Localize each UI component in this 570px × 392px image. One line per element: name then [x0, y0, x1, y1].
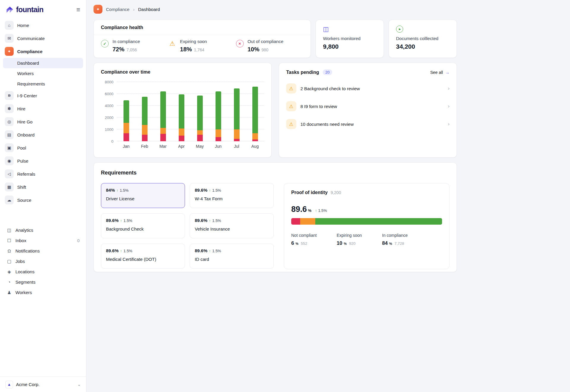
sidebar-item-source[interactable]: ☁ Source	[0, 193, 86, 207]
hamburger-menu-icon[interactable]: ≡	[76, 7, 80, 13]
x-circle-icon: ✕	[236, 40, 244, 47]
sidebar-item-workers[interactable]: ♟ Workers	[0, 287, 86, 298]
sidebar-item-i9-center[interactable]: I9 I-9 Center	[0, 89, 86, 102]
trend-up-icon: ↑	[315, 208, 317, 213]
sidebar-item-pool[interactable]: ▣ Pool	[0, 141, 86, 154]
trend-up-icon: ↑	[209, 188, 211, 193]
sidebar-item-communicate[interactable]: ✉ Communicate	[0, 32, 86, 45]
sidebar: fountain ≡ ⌂ Home ✉ Communicate ✦ Compli…	[0, 0, 86, 392]
stat-label: Expiring soon	[180, 39, 207, 44]
requirement-card-vehicle-insurance[interactable]: 89.6% ↑ 1.5% Vehicle Insurance	[190, 213, 274, 238]
sidebar-item-segments[interactable]: ◔ Segments	[0, 277, 86, 287]
org-switcher[interactable]: ▲ Acme Corp. ⌄	[0, 377, 86, 392]
chevron-right-icon: ›	[448, 121, 449, 127]
chart-bar-jun[interactable]	[216, 91, 221, 141]
chart-bar-mar[interactable]	[160, 91, 166, 141]
chart-bar-segment-expiring-soon	[142, 125, 148, 135]
chart-bar-slot	[209, 82, 227, 141]
subitem-label: Dashboard	[17, 61, 39, 66]
sidebar-item-shift[interactable]: ▦ Shift	[0, 180, 86, 193]
detail-stat-unit: %	[295, 242, 298, 245]
trend-up-icon: ↑	[209, 249, 211, 253]
sidebar-subitem-dashboard[interactable]: Dashboard	[3, 58, 83, 68]
sidebar-nav: ⌂ Home ✉ Communicate ✦ Compliance Dashbo…	[0, 18, 86, 377]
chart-bar-slot	[246, 82, 264, 141]
chart-x-label: Apr	[172, 144, 191, 149]
sidebar-item-referrals[interactable]: ◁ Referrals	[0, 167, 86, 180]
sidebar-item-label: Inbox	[15, 238, 26, 243]
requirement-card-background-check[interactable]: 89.6% ↑ 1.5% Background Check	[101, 213, 185, 238]
pool-icon: ▣	[5, 143, 14, 152]
breadcrumb-separator-icon: ›	[133, 7, 134, 12]
chart-bar-segment-in-compliance	[124, 100, 129, 123]
sidebar-subitem-workers[interactable]: Workers	[3, 68, 83, 79]
sidebar-item-home[interactable]: ⌂ Home	[0, 19, 86, 32]
task-row-background-check[interactable]: ⚠ 2 Background check to review ›	[286, 83, 449, 93]
stat-out-of-compliance: ✕ Out of compliance 10% 980	[236, 39, 303, 53]
requirement-delta: 1.5%	[212, 218, 221, 223]
chart-bar-feb[interactable]	[142, 97, 148, 141]
sidebar-item-label: Communicate	[17, 36, 45, 41]
requirement-card-w4-tax-form[interactable]: 89.6% ↑ 1.5% W-4 Tax Form	[190, 183, 274, 208]
fountain-logo-icon	[6, 6, 14, 14]
detail-percent-unit: %	[308, 208, 312, 213]
requirements-section: Requirements 84% ↑ 1.5% Driver License 8…	[94, 162, 457, 272]
chart-bar-slot	[227, 82, 246, 141]
chart-x-label: Jul	[227, 144, 246, 149]
building-icon: ◈	[7, 269, 12, 274]
sidebar-item-inbox[interactable]: ☐ Inbox 0	[0, 235, 86, 246]
sidebar-item-compliance[interactable]: ✦ Compliance	[0, 45, 86, 58]
sidebar-item-locations[interactable]: ◈ Locations	[0, 266, 86, 277]
metric-label: Workers monitored	[323, 36, 376, 41]
sidebar-item-notifications[interactable]: Ω Notifications	[0, 246, 86, 256]
requirement-delta: 1.5%	[120, 188, 129, 193]
chart-x-axis: JanFebMarAprMayJunJulAug	[117, 144, 264, 149]
requirement-label: Driver License	[106, 196, 180, 201]
inbox-icon: ☐	[7, 238, 12, 243]
chart-x-label: Aug	[246, 144, 264, 149]
stat-percent: 10%	[248, 46, 259, 53]
sidebar-item-hire-go[interactable]: ◎ Hire Go	[0, 115, 86, 128]
requirements-grid: 84% ↑ 1.5% Driver License 89.6% ↑ 1.5% W…	[101, 183, 274, 269]
detail-stat-not-compliant: Not compliant 6 % 552	[291, 233, 337, 246]
chart-bar-aug[interactable]	[252, 87, 258, 141]
task-row-i9-form[interactable]: ⚠ 8 I9 form to review ›	[286, 101, 449, 111]
requirement-card-driver-license[interactable]: 84% ↑ 1.5% Driver License	[101, 183, 185, 208]
see-all-link[interactable]: See all →	[430, 70, 449, 75]
requirement-delta: 1.5%	[212, 249, 221, 253]
compliance-over-time-card: Compliance over time 0100020004000600080…	[94, 63, 272, 158]
proof-bar-segment-in-compliance	[315, 218, 442, 225]
chart-ytick-label: 2000	[105, 115, 113, 120]
chart-bar-apr[interactable]	[179, 94, 184, 141]
sidebar-item-jobs[interactable]: ▢ Jobs	[0, 256, 86, 266]
requirement-card-id-card[interactable]: 89.6% ↑ 1.5% ID card	[190, 244, 274, 269]
sidebar-subitem-requirements[interactable]: Requirements	[3, 79, 83, 89]
chart-bar-segment-in-compliance	[252, 87, 258, 133]
tasks-count-badge: 20	[323, 69, 332, 75]
breadcrumb-section[interactable]: Compliance	[106, 7, 129, 12]
warning-triangle-icon: ⚠	[168, 40, 176, 47]
tasks-pending-card: Tasks pending 20 See all → ⚠ 2 Backgroun…	[279, 63, 457, 158]
sidebar-item-onboard[interactable]: ▤ Onboard	[0, 128, 86, 141]
chart-bar-segment-not-compliant	[179, 136, 184, 141]
requirement-card-medical-certificate[interactable]: 89.6% ↑ 1.5% Medical Certificate (DOT)	[101, 244, 185, 269]
chart-bar-jan[interactable]	[124, 100, 129, 141]
sidebar-item-pulse[interactable]: ◉ Pulse	[0, 154, 86, 167]
sidebar-item-hire[interactable]: ✽ Hire	[0, 102, 86, 115]
sparkle-icon: ✦	[5, 47, 14, 56]
logo-row: fountain ≡	[0, 0, 86, 18]
chart-bar-jul[interactable]	[234, 88, 240, 141]
task-row-documents-review[interactable]: ⚠ 10 documents need review ›	[286, 119, 449, 129]
detail-title: Proof of identity	[291, 190, 328, 195]
check-circle-icon: ✓	[101, 40, 109, 47]
sidebar-item-label: Workers	[15, 290, 32, 295]
sidebar-item-analytics[interactable]: ◫ Analytics	[0, 225, 86, 235]
detail-stat-in-compliance: In compliance 84 % 7,728	[382, 233, 428, 246]
requirement-percent: 89.6%	[106, 248, 119, 253]
breadcrumb: ✦ Compliance › Dashboard	[94, 5, 457, 14]
requirements-title: Requirements	[101, 170, 449, 176]
chart-bar-segment-expiring-soon	[179, 128, 184, 136]
compliance-health-card: Compliance health ✓ In compliance 72% 7,…	[94, 20, 311, 58]
fountain-logo[interactable]: fountain	[6, 5, 43, 14]
chart-bar-may[interactable]	[197, 96, 203, 141]
